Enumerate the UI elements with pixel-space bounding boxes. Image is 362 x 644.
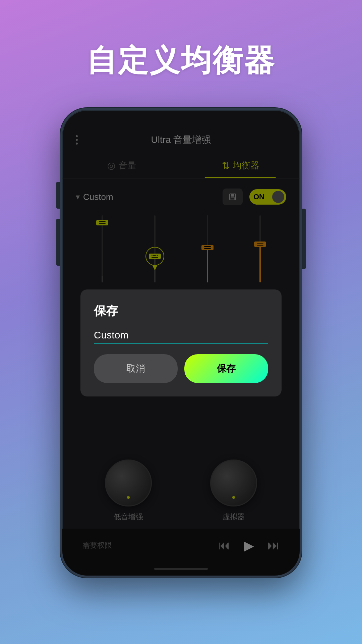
- side-button-power: [302, 209, 306, 269]
- dialog-input-wrapper: [94, 329, 268, 344]
- save-dialog: 保存 取消 保存: [80, 289, 282, 396]
- phone-mockup: Ultra 音量增强 ◎ 音量 ⇅ 均衡器 ▾ Custom: [60, 108, 302, 578]
- dialog-title: 保存: [94, 303, 268, 319]
- page-title: 自定义均衡器: [86, 40, 276, 81]
- side-button-mute: [56, 182, 60, 209]
- dialog-overlay: 保存 取消 保存: [62, 110, 300, 576]
- save-button[interactable]: 保存: [184, 354, 268, 383]
- phone-screen: Ultra 音量增强 ◎ 音量 ⇅ 均衡器 ▾ Custom: [60, 108, 302, 578]
- side-button-volume: [56, 219, 60, 266]
- dialog-buttons: 取消 保存: [94, 354, 268, 383]
- dialog-name-input[interactable]: [94, 329, 268, 341]
- cancel-button[interactable]: 取消: [94, 354, 178, 383]
